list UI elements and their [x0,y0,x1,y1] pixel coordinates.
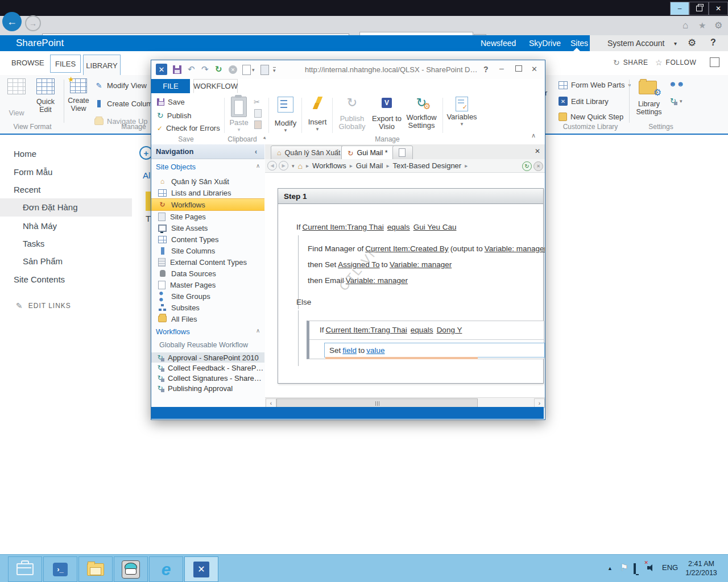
modify-view-button[interactable]: ✎ Modify View [94,81,147,90]
crumb-forward-icon[interactable]: ▶ [279,161,288,171]
new-quick-step-button[interactable]: New Quick Step [559,113,623,121]
ribbon-collapse-icon[interactable]: ∧ [531,132,536,139]
crumb-refresh-icon[interactable]: ↻ [522,161,532,171]
taskbar-file-explorer[interactable] [78,556,113,582]
wf-if-line-1[interactable]: IfCurrent Item:Trang ThaiequalsGui Yeu C… [296,223,458,231]
tray-language[interactable]: ENG [662,563,678,572]
site-settings-gear-icon[interactable]: ⚙ [688,37,696,49]
spd-publish-globally-button[interactable]: ↻ Publish Globally [336,97,369,131]
taskbar-app[interactable] [114,556,148,582]
spd-paste-button[interactable]: Paste ▾ [228,97,250,132]
wf-find-manager-line[interactable]: Find Manager ofCurrent Item:Created By(o… [308,244,545,253]
qat-customize-icon[interactable]: ▾ [273,67,276,73]
nav-workflows[interactable]: ↻Workflows [151,198,264,211]
site-objects-header[interactable]: Site Objects [156,163,196,171]
shared-with-icon[interactable]: ☻☻ [669,80,684,88]
nav-form-mau[interactable]: Form Mẫu [14,167,52,177]
horizontal-scrollbar[interactable]: ‹ › [265,397,545,408]
tray-action-center-flag-icon[interactable]: ⚑ [620,562,628,573]
wf-approval-2010[interactable]: ↻Approval - SharePoint 2010 [151,352,264,363]
tab-library[interactable]: LIBRARY [83,55,121,76]
spd-modify-button[interactable]: Modify ▾ [272,97,299,133]
spd-variables-button[interactable]: Variables ▾ [446,97,478,127]
help-icon[interactable]: ? [710,38,716,48]
spd-minimize-button[interactable]: – [499,64,504,73]
nav-don-dat-hang-row[interactable]: Đơn Đặt Hàng [0,198,132,217]
browser-forward-button[interactable]: → [25,15,41,31]
crumb-designer[interactable]: Text-Based Designer [393,161,462,170]
workflow-settings-mini-button[interactable]: ↻ ▾ [669,97,682,105]
browser-settings-gear-icon[interactable]: ⚙ [714,20,722,31]
wf-condition-link[interactable]: Current Item:Trang Thai [303,223,384,231]
browser-back-button[interactable]: ← [2,12,22,31]
view-button[interactable]: View [5,78,28,117]
wf-set-field-row[interactable]: Setfieldtovalue [324,343,545,357]
nav-nha-may[interactable]: Nhà Máy [23,221,57,231]
tray-show-hidden-icon[interactable]: ▲ [607,566,613,571]
wf-else-label[interactable]: Else [296,298,311,306]
editor-new-tab[interactable] [392,146,413,160]
nav-site-assets[interactable]: Site Assets [151,222,264,234]
wf-value-link[interactable]: Dong Y [437,326,462,334]
account-dropdown-icon[interactable]: ▾ [674,40,677,47]
spd-file-tab[interactable]: FILE [151,79,190,93]
qat-redo-icon[interactable]: ↷ [201,64,209,74]
wf-publishing-approval[interactable]: ↻Publishing Approval [151,383,264,393]
wf-operator-link[interactable]: equals [387,223,410,231]
qat-undo-icon[interactable]: ↶ [188,64,195,74]
crumb-close-icon[interactable]: ✕ [533,161,543,171]
nav-content-types[interactable]: Content Types [151,234,264,245]
nav-home[interactable]: Home [14,149,36,159]
create-view-button[interactable]: ★ Create View [67,78,90,113]
qat-refresh-icon[interactable]: ↻ [215,64,222,74]
crumb-workflows[interactable]: Workflows [312,161,346,170]
nav-tasks[interactable]: Tasks [23,239,44,248]
crumb-back-icon[interactable]: ◀ [267,161,277,171]
create-column-button[interactable]: Create Column [94,99,156,108]
wf-operator-link[interactable]: equals [411,326,433,334]
spd-save-button[interactable]: Save [157,98,185,106]
cut-icon[interactable]: ✂ [254,98,260,106]
favorites-star-icon[interactable]: ★ [698,20,706,31]
wf-value-link[interactable]: Gui Yeu Cau [413,223,457,231]
form-web-parts-button[interactable]: Form Web Parts ▾ [559,81,631,89]
crumb-dropdown-icon[interactable]: ▾ [292,163,295,169]
suite-link-sites[interactable]: Sites [570,39,588,48]
wf-collect-feedback[interactable]: ↻Collect Feedback - SharePoint 2... [151,363,264,373]
step-header[interactable]: Step 1 [278,189,543,204]
wf-variable-link[interactable]: Variable: manager [390,260,452,269]
browser-restore-button[interactable] [689,2,709,15]
qat-preview-dropdown-icon[interactable]: ▾ [252,67,255,73]
edit-library-button[interactable]: ✕ Edit Library [559,97,609,106]
all-documents-fragment[interactable]: Al [143,171,150,180]
taskbar-sharepoint-designer[interactable]: ✕ [184,556,218,582]
nav-data-sources[interactable]: Data Sources [151,268,264,279]
copy-icon[interactable] [254,109,262,118]
browser-minimize-button[interactable]: – [670,2,689,15]
wf-value-link[interactable]: value [366,346,384,355]
tab-files[interactable]: FILES [50,55,81,73]
nav-site-groups[interactable]: ☻☻Site Groups [151,290,264,302]
taskbar-internet-explorer[interactable]: e [149,556,183,582]
nav-site-home[interactable]: ⌂Quản lý Sản Xuất [151,176,264,187]
taskbar-powershell[interactable]: ›_ [43,556,77,582]
nav-site-columns[interactable]: Site Columns [151,245,264,256]
spd-export-visio-button[interactable]: V Export to Visio [371,97,403,131]
editor-close-icon[interactable]: ✕ [535,147,540,155]
suite-link-newsfeed[interactable]: Newsfeed [481,39,516,48]
editor-tab-site[interactable]: ⌂ Quản lý Sản Xuất [271,146,351,160]
crumb-gui-mail[interactable]: Gui Mail [356,161,383,170]
account-menu[interactable]: System Account [607,39,664,48]
spd-workflow-tab[interactable]: WORKFLOW [193,79,238,93]
nav-external-content-types[interactable]: External Content Types [151,256,264,268]
tab-browse[interactable]: BROWSE [11,59,44,67]
focus-mode-icon[interactable] [710,57,719,67]
edit-links[interactable]: ✎ EDIT LINKS [16,301,71,310]
spd-check-errors-button[interactable]: ✓ Check for Errors [157,124,220,132]
nav-site-pages[interactable]: Site Pages [151,211,264,222]
wf-if-line-2[interactable]: IfCurrent Item:Trang ThaiequalsDong Y [320,326,464,334]
quick-edit-button[interactable]: Quick Edit [31,78,60,114]
nav-master-pages[interactable]: Master Pages [151,279,264,290]
wf-variable-link[interactable]: Variable: manager [485,244,545,253]
spd-help-icon[interactable]: ? [483,65,489,74]
